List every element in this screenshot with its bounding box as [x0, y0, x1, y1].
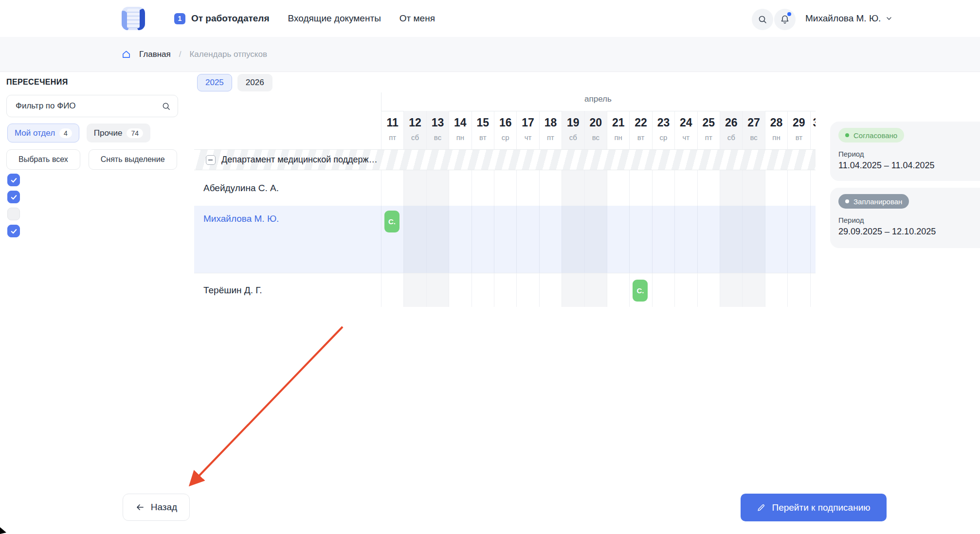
day-weekday: пт	[698, 133, 720, 142]
day-number: 19	[562, 116, 584, 129]
month-label: апрель	[381, 94, 815, 104]
vacation-pill-approved[interactable]: С.	[384, 211, 399, 232]
day-number: 30	[811, 116, 816, 129]
status-dot	[845, 133, 849, 137]
employee-checkbox-list	[7, 174, 20, 237]
period-label: Период	[838, 216, 864, 224]
back-button-label: Назад	[151, 502, 177, 513]
day-weekday: чт	[517, 133, 539, 142]
day-number: 14	[449, 116, 471, 129]
app-logo[interactable]	[122, 7, 145, 30]
employee-checkbox-1[interactable]	[7, 191, 20, 203]
nav-tab-1[interactable]: Входящие документы	[288, 13, 381, 24]
day-number: 11	[381, 116, 403, 129]
day-weekday: ср	[653, 133, 674, 142]
filter-pill-count: 4	[59, 128, 72, 138]
search-icon	[162, 102, 171, 113]
search-button[interactable]	[752, 9, 773, 30]
day-number: 25	[698, 116, 720, 129]
user-menu[interactable]: Михайлова М. Ю.	[805, 0, 892, 37]
home-icon[interactable]	[122, 50, 131, 59]
period-label: Период	[838, 150, 864, 158]
notification-dot	[787, 12, 791, 16]
cursor-artifact	[0, 527, 6, 534]
day-weekday: вс	[743, 133, 764, 142]
check-icon	[10, 177, 18, 184]
filter-pill-0[interactable]: Мой отдел4	[7, 124, 79, 142]
nav-tab-label: От меня	[399, 13, 435, 24]
year-tab-2025[interactable]: 2025	[197, 74, 232, 91]
employee-row-0[interactable]: Абейдулина С. А.	[194, 171, 816, 206]
day-weekday: сб	[404, 133, 426, 142]
topbar: 1От работодателяВходящие документыОт мен…	[0, 0, 980, 37]
vacation-pill-approved[interactable]: С.	[633, 280, 648, 302]
collapse-icon[interactable]	[206, 155, 216, 165]
year-tab-2026[interactable]: 2026	[237, 74, 272, 91]
employee-checkbox-2[interactable]	[7, 208, 20, 220]
name-filter	[6, 95, 178, 117]
nav-tab-label: Входящие документы	[288, 13, 381, 24]
employee-row-1[interactable]: Михайлова М. Ю.	[194, 206, 816, 273]
department-name: Департамент медицинской поддерж…	[221, 155, 378, 165]
day-weekday: вс	[585, 133, 607, 142]
nav-tab-0[interactable]: 1От работодателя	[174, 13, 269, 24]
day-number: 27	[743, 116, 764, 129]
nav-badge-count: 1	[174, 13, 185, 24]
selection-actions: Выбрать всехСнять выделение	[6, 149, 177, 170]
day-number: 18	[540, 116, 562, 129]
check-icon	[10, 194, 18, 201]
day-weekday: пн	[449, 133, 471, 142]
breadcrumb-item-current: Календарь отпусков	[189, 50, 267, 59]
status-dot	[845, 199, 849, 203]
day-number: 16	[494, 116, 516, 129]
day-weekday: пт	[540, 133, 562, 142]
day-number: 22	[630, 116, 652, 129]
breadcrumb-item-home[interactable]: Главная	[139, 50, 171, 59]
day-number: 13	[427, 116, 449, 129]
day-weekday: сб	[720, 133, 742, 142]
day-weekday: пт	[381, 133, 403, 142]
breadcrumb: Главная / Календарь отпусков	[122, 50, 267, 59]
day-number: 21	[607, 116, 629, 129]
grid-divider	[381, 92, 381, 111]
back-button[interactable]: Назад	[123, 494, 190, 521]
check-icon	[10, 228, 18, 235]
nav-tab-label: От работодателя	[191, 13, 269, 24]
go-to-signing-button[interactable]: Перейти к подписанию	[741, 494, 887, 521]
day-weekday: вт	[472, 133, 494, 142]
main-nav: 1От работодателяВходящие документыОт мен…	[174, 0, 435, 37]
day-number: 28	[765, 116, 787, 129]
breadcrumb-separator: /	[179, 50, 181, 59]
selection-action-1[interactable]: Снять выделение	[89, 149, 177, 170]
employee-name: Михайлова М. Ю.	[203, 214, 279, 224]
employee-checkbox-0[interactable]	[7, 174, 20, 186]
vacation-card-approved[interactable]: СогласованоПериод11.04.2025 – 11.04.2025	[830, 122, 980, 181]
status-label: Согласовано	[853, 131, 897, 140]
period-value: 29.09.2025 – 12.10.2025	[838, 227, 936, 237]
day-weekday: пн	[607, 133, 629, 142]
day-weekday: чт	[675, 133, 697, 142]
vacation-calendar: апрель 11пт12сб13вс14пн15вт16ср17чт18пт1…	[194, 90, 816, 307]
department-row: Департамент медицинской поддерж…	[194, 149, 816, 170]
day-number: 23	[653, 116, 674, 129]
day-weekday: вт	[630, 133, 652, 142]
employee-name: Абейдулина С. А.	[203, 183, 279, 194]
breadcrumb-bar: Главная / Календарь отпусков	[0, 37, 980, 72]
go-to-signing-label: Перейти к подписанию	[772, 502, 870, 513]
day-weekday: пн	[765, 133, 787, 142]
nav-tab-2[interactable]: От меня	[399, 13, 435, 24]
employee-row-2[interactable]: Терёшин Д. Г.	[194, 273, 816, 307]
employee-checkbox-3[interactable]	[7, 225, 20, 237]
selection-action-0[interactable]: Выбрать всех	[6, 149, 80, 170]
day-number: 15	[472, 116, 494, 129]
name-filter-input[interactable]	[16, 95, 162, 117]
filter-pill-count: 74	[127, 128, 143, 138]
pencil-icon	[757, 503, 765, 512]
notifications-button[interactable]	[774, 9, 796, 30]
day-number: 29	[788, 116, 810, 129]
status-badge: Запланирован	[838, 194, 909, 209]
filter-pill-1[interactable]: Прочие74	[87, 124, 150, 142]
status-badge: Согласовано	[838, 128, 904, 142]
filter-pill-label: Мой отдел	[15, 128, 55, 138]
vacation-card-planned[interactable]: ЗапланированПериод29.09.2025 – 12.10.202…	[830, 188, 980, 248]
